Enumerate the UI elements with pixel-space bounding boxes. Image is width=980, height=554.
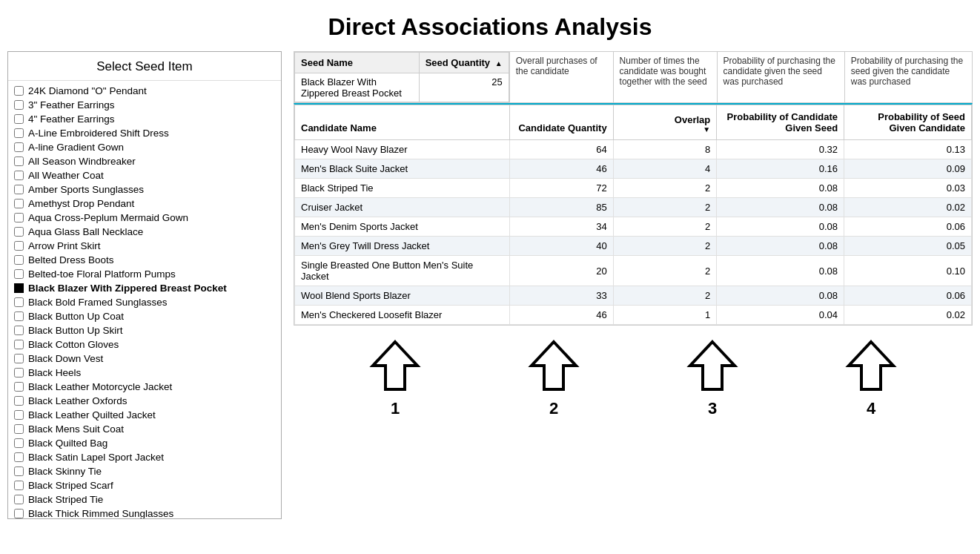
svg-marker-1 <box>532 342 576 389</box>
seed-list-item[interactable]: Black Striped Tie <box>14 492 275 507</box>
seed-checkbox[interactable] <box>14 86 24 96</box>
seed-item-label: Black Striped Tie <box>28 494 103 505</box>
seed-checkbox[interactable] <box>14 396 24 406</box>
seed-checkbox[interactable] <box>14 199 24 208</box>
seed-checkbox[interactable] <box>14 213 24 222</box>
arrow-item: 3 <box>668 339 757 418</box>
desc-prob-cand: Probability of purchasing the candidate … <box>717 52 844 103</box>
candidate-qty-cell: 33 <box>510 286 614 306</box>
seed-list-item[interactable]: Aqua Glass Ball Necklace <box>14 225 275 239</box>
seed-checkbox[interactable] <box>14 509 24 518</box>
seed-checkbox[interactable] <box>14 255 24 265</box>
seed-list-item[interactable]: Black Striped Scarf <box>14 478 275 492</box>
candidate-qty-cell: 46 <box>510 306 614 325</box>
seed-list-item[interactable]: Belted Dress Boots <box>14 253 275 267</box>
seed-item-label: 3" Feather Earrings <box>28 99 115 111</box>
seed-list-item[interactable]: Black Leather Motorcycle Jacket <box>14 380 275 394</box>
candidate-prob-seed-cell: 0.03 <box>844 179 972 198</box>
col-overlap: Overlap ▼ <box>613 105 717 140</box>
candidate-qty-cell: 72 <box>510 179 614 198</box>
sort-up-arrow: ▲ <box>495 59 503 67</box>
sort-down-arrow: ▼ <box>620 125 711 133</box>
seed-checkbox[interactable] <box>14 424 24 434</box>
svg-marker-2 <box>690 342 735 389</box>
seed-checkbox[interactable] <box>14 100 24 110</box>
candidate-overlap-cell: 2 <box>613 237 717 256</box>
seed-list-item[interactable]: Black Bold Framed Sunglasses <box>14 295 275 309</box>
seed-list-item[interactable]: All Weather Coat <box>14 168 275 182</box>
candidate-prob-cand-cell: 0.08 <box>717 256 844 286</box>
seed-list-item[interactable]: 24K Diamond "O" Pendant <box>14 84 275 98</box>
up-arrow-icon <box>369 339 421 395</box>
seed-checkbox[interactable] <box>14 156 24 166</box>
seed-list-item[interactable]: Black Blazer With Zippered Breast Pocket <box>14 281 275 295</box>
seed-list-item[interactable]: All Season Windbreaker <box>14 154 275 168</box>
seed-checkbox[interactable] <box>14 269 24 279</box>
arrow-item: 2 <box>509 339 598 418</box>
seed-list-item[interactable]: A-Line Embroidered Shift Dress <box>14 126 275 140</box>
candidate-row: Cruiser Jacket8520.080.02 <box>295 198 972 217</box>
seed-list-item[interactable]: A-line Gradient Gown <box>14 140 275 154</box>
desc-prob-seed: Probability of purchasing the seed given… <box>844 52 972 103</box>
seed-checkbox[interactable] <box>14 241 24 251</box>
seed-checkbox[interactable] <box>14 326 24 335</box>
seed-checkbox[interactable] <box>14 481 24 490</box>
seed-checkbox[interactable] <box>14 495 24 504</box>
seed-checkbox[interactable] <box>14 438 24 448</box>
seed-list-item[interactable]: Amethyst Drop Pendant <box>14 197 275 211</box>
page-title: Direct Associations Analysis <box>0 0 980 51</box>
seed-list-item[interactable]: Black Cotton Gloves <box>14 337 275 352</box>
seed-checkbox[interactable] <box>14 297 24 307</box>
seed-list-item[interactable]: Black Quilted Bag <box>14 436 275 450</box>
seed-list-item[interactable]: Black Thick Rimmed Sunglasses <box>14 507 275 518</box>
seed-list-item[interactable]: Black Satin Lapel Sport Jacket <box>14 450 275 464</box>
seed-list-item[interactable]: Black Leather Oxfords <box>14 394 275 408</box>
seed-list-item[interactable]: Belted-toe Floral Platform Pumps <box>14 267 275 281</box>
seed-checkbox[interactable] <box>14 128 24 138</box>
seed-checkbox[interactable] <box>14 171 24 180</box>
seed-list-item[interactable]: Black Mens Suit Coat <box>14 422 275 436</box>
candidate-prob-seed-cell: 0.02 <box>844 198 972 217</box>
seed-list-item[interactable]: 3" Feather Earrings <box>14 98 275 112</box>
seed-checkbox[interactable] <box>14 283 24 293</box>
seed-item-label: A-line Gradient Gown <box>28 142 124 153</box>
seed-list-item[interactable]: Black Heels <box>14 366 275 380</box>
seed-checkbox[interactable] <box>14 354 24 363</box>
candidate-name-cell: Men's Checkered Loosefit Blazer <box>295 306 510 325</box>
seed-checkbox[interactable] <box>14 368 24 377</box>
seed-checkbox[interactable] <box>14 114 24 124</box>
seed-checkbox[interactable] <box>14 410 24 420</box>
seed-checkbox[interactable] <box>14 142 24 152</box>
seed-list-item[interactable]: Black Button Up Skirt <box>14 323 275 337</box>
seed-checkbox[interactable] <box>14 311 24 321</box>
candidate-row: Men's Checkered Loosefit Blazer4610.040.… <box>295 306 972 325</box>
seed-list-item[interactable]: Black Down Vest <box>14 352 275 366</box>
candidate-prob-cand-cell: 0.08 <box>717 217 844 237</box>
candidate-prob-seed-cell: 0.05 <box>844 237 972 256</box>
seed-list-item[interactable]: 4" Feather Earrings <box>14 112 275 126</box>
seed-list-item[interactable]: Amber Sports Sunglasses <box>14 182 275 197</box>
seed-list-item[interactable]: Arrow Print Skirt <box>14 239 275 253</box>
seed-item-label: 24K Diamond "O" Pendant <box>28 85 147 96</box>
seed-checkbox[interactable] <box>14 466 24 476</box>
seed-item-label: 4" Feather Earrings <box>28 113 115 125</box>
candidate-prob-seed-cell: 0.09 <box>844 159 972 179</box>
seed-item-label: Black Cotton Gloves <box>28 339 119 350</box>
seed-list-item[interactable]: Aqua Cross-Peplum Mermaid Gown <box>14 211 275 225</box>
seed-list-item[interactable]: Black Skinny Tie <box>14 464 275 478</box>
seed-checkbox[interactable] <box>14 185 24 194</box>
candidate-name-cell: Men's Denim Sports Jacket <box>295 217 510 237</box>
candidate-name-cell: Cruiser Jacket <box>295 198 510 217</box>
seed-checkbox[interactable] <box>14 382 24 392</box>
seed-checkbox[interactable] <box>14 340 24 349</box>
arrow-number: 1 <box>391 399 400 418</box>
seed-item-label: Amber Sports Sunglasses <box>28 184 144 195</box>
seed-list-item[interactable]: Black Leather Quilted Jacket <box>14 408 275 422</box>
seed-checkbox[interactable] <box>14 227 24 237</box>
candidate-overlap-cell: 2 <box>613 286 717 306</box>
seed-checkbox[interactable] <box>14 452 24 462</box>
seed-item-label: Black Bold Framed Sunglasses <box>28 297 168 308</box>
seed-item-list: 24K Diamond "O" Pendant3" Feather Earrin… <box>8 81 281 518</box>
candidate-qty-cell: 34 <box>510 217 614 237</box>
seed-list-item[interactable]: Black Button Up Coat <box>14 309 275 323</box>
